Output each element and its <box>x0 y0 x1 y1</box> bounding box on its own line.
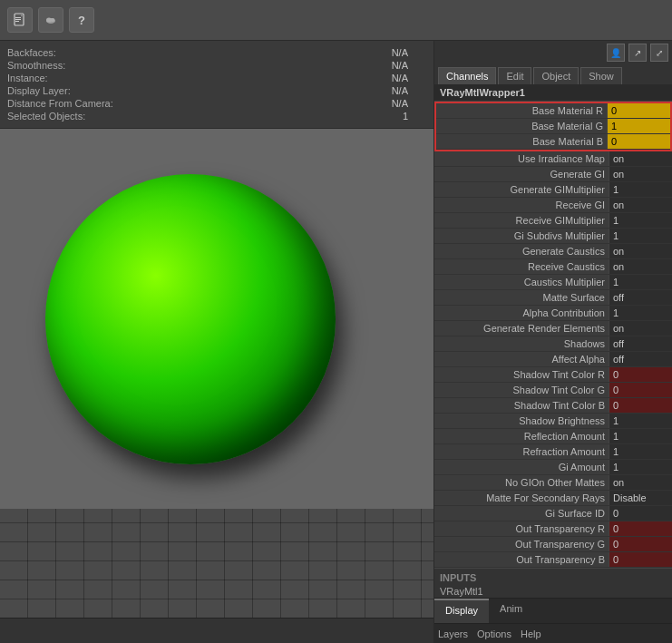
prop-row-generate-gi[interactable]: Generate GI on <box>434 167 672 182</box>
prop-label-shadow-tint-b: Shadow Tint Color B <box>434 400 609 411</box>
prop-label-no-gi-other: No GIOn Other Mattes <box>434 477 609 488</box>
prop-label-receive-gi: Receive GI <box>434 200 609 210</box>
prop-row-shadow-tint-g[interactable]: Shadow Tint Color G 0 <box>434 383 672 398</box>
prop-label-base-g: Base Material G <box>436 121 607 132</box>
prop-value-shadow-brightness[interactable]: 1 <box>609 414 672 428</box>
prop-value-shadow-tint-b[interactable]: 0 <box>609 398 672 413</box>
viewport-grid <box>0 509 433 618</box>
input-base-r[interactable] <box>611 105 667 116</box>
prop-value-shadow-tint-r[interactable]: 0 <box>609 367 672 382</box>
prop-value-base-r[interactable] <box>607 103 670 118</box>
prop-value-base-g[interactable] <box>607 119 670 133</box>
prop-value-reflection-amount[interactable]: 1 <box>609 429 672 443</box>
prop-value-caustics-mult[interactable]: 1 <box>609 275 672 289</box>
prop-label-gen-caustics: Generate Caustics <box>434 246 609 257</box>
label-backfaces: Backfaces: <box>7 47 56 58</box>
prop-label-generate-gi-mult: Generate GIMultiplier <box>434 184 609 195</box>
prop-row-receive-caustics[interactable]: Receive Caustics on <box>434 259 672 275</box>
prop-row-shadow-tint-b[interactable]: Shadow Tint Color B 0 <box>434 398 672 414</box>
prop-row-generate-gi-mult[interactable]: Generate GIMultiplier 1 <box>434 182 672 198</box>
footer-tab-display[interactable]: Display <box>434 599 489 623</box>
prop-row-shadow-brightness[interactable]: Shadow Brightness 1 <box>434 414 672 429</box>
prop-value-affect-alpha[interactable]: off <box>609 352 672 366</box>
prop-row-no-gi-other[interactable]: No GIOn Other Mattes on <box>434 475 672 491</box>
prop-row-matte-surface[interactable]: Matte Surface off <box>434 290 672 306</box>
prop-value-out-trans-r[interactable]: 0 <box>609 521 672 536</box>
prop-value-receive-gi-mult[interactable]: 1 <box>609 213 672 228</box>
prop-value-gi-surface-id[interactable]: 0 <box>609 506 672 521</box>
prop-value-gen-caustics[interactable]: on <box>609 244 672 258</box>
prop-row-gen-render-elements[interactable]: Generate Render Elements on <box>434 321 672 336</box>
prop-row-out-trans-b[interactable]: Out Transparency B 0 <box>434 552 672 568</box>
prop-value-receive-gi[interactable]: on <box>609 198 672 212</box>
prop-row-base-g[interactable]: Base Material G <box>436 119 670 134</box>
prop-row-base-b[interactable]: Base Material B <box>436 134 670 150</box>
prop-row-shadow-tint-r[interactable]: Shadow Tint Color R 0 <box>434 367 672 383</box>
info-row-instance: Instance: N/A <box>7 72 426 84</box>
prop-row-caustics-mult[interactable]: Caustics Multiplier 1 <box>434 275 672 290</box>
cloud-icon[interactable] <box>38 7 63 33</box>
footer-menu-options[interactable]: Options <box>477 628 511 639</box>
prop-row-reflection-amount[interactable]: Reflection Amount 1 <box>434 429 672 444</box>
prop-value-gi-amount[interactable]: 1 <box>609 460 672 474</box>
tab-object[interactable]: Object <box>533 67 579 84</box>
prop-row-out-trans-r[interactable]: Out Transparency R 0 <box>434 521 672 537</box>
prop-value-use-irradiance[interactable]: on <box>609 151 672 166</box>
info-row-display-layer: Display Layer: N/A <box>7 84 426 97</box>
help-icon[interactable]: ? <box>69 7 94 33</box>
prop-value-generate-gi[interactable]: on <box>609 167 672 181</box>
prop-label-out-trans-r: Out Transparency R <box>434 523 609 534</box>
prop-value-matte-secondary[interactable]: Disable <box>609 491 672 505</box>
prop-value-refraction-amount[interactable]: 1 <box>609 444 672 459</box>
footer-tabs: Display Anim <box>434 598 672 623</box>
prop-row-matte-secondary[interactable]: Matte For Secondary Rays Disable <box>434 491 672 506</box>
prop-row-gi-amount[interactable]: Gi Amount 1 <box>434 460 672 475</box>
label-selected: Selected Objects: <box>7 111 85 122</box>
footer-tab-anim[interactable]: Anim <box>489 599 533 623</box>
footer-menu-help[interactable]: Help <box>521 628 541 639</box>
file-icon[interactable] <box>7 7 33 33</box>
prop-value-out-trans-g[interactable]: 0 <box>609 537 672 551</box>
cursor-icon[interactable]: ↗ <box>628 44 647 62</box>
prop-value-generate-gi-mult[interactable]: 1 <box>609 182 672 197</box>
tab-edit[interactable]: Edit <box>498 67 531 84</box>
person-icon[interactable]: 👤 <box>607 44 625 62</box>
prop-row-receive-gi-mult[interactable]: Receive GIMultiplier 1 <box>434 213 672 229</box>
prop-row-receive-gi[interactable]: Receive GI on <box>434 198 672 213</box>
prop-label-generate-gi: Generate GI <box>434 169 609 180</box>
prop-label-matte-surface: Matte Surface <box>434 292 609 303</box>
prop-row-affect-alpha[interactable]: Affect Alpha off <box>434 352 672 367</box>
prop-row-gi-subdivs[interactable]: Gi Subdivs Multiplier 1 <box>434 229 672 244</box>
prop-label-reflection-amount: Reflection Amount <box>434 431 609 442</box>
tab-show[interactable]: Show <box>580 67 622 84</box>
prop-row-alpha-contribution[interactable]: Alpha Contribution 1 <box>434 306 672 321</box>
viewport[interactable] <box>0 129 433 618</box>
properties-area[interactable]: Base Material R Base Material G Base Mat… <box>434 102 672 598</box>
prop-row-gi-surface-id[interactable]: Gi Surface ID 0 <box>434 506 672 521</box>
prop-value-no-gi-other[interactable]: on <box>609 475 672 490</box>
expand-icon[interactable]: ⤢ <box>650 44 668 62</box>
prop-value-alpha-contribution[interactable]: 1 <box>609 306 672 320</box>
prop-row-use-irradiance[interactable]: Use Irradiance Map on <box>434 151 672 167</box>
footer-menu-layers[interactable]: Layers <box>438 628 468 639</box>
prop-row-base-r[interactable]: Base Material R <box>436 103 670 119</box>
prop-label-shadows: Shadows <box>434 338 609 349</box>
prop-row-gen-caustics[interactable]: Generate Caustics on <box>434 244 672 259</box>
prop-row-out-trans-g[interactable]: Out Transparency G 0 <box>434 537 672 552</box>
tab-channels[interactable]: Channels <box>438 67 496 84</box>
prop-value-shadow-tint-g[interactable]: 0 <box>609 383 672 397</box>
input-base-g[interactable] <box>611 121 667 132</box>
prop-value-shadows[interactable]: off <box>609 336 672 351</box>
prop-value-base-b[interactable] <box>607 134 670 149</box>
prop-value-gi-subdivs[interactable]: 1 <box>609 229 672 243</box>
prop-label-gen-render-elements: Generate Render Elements <box>434 323 609 334</box>
prop-row-shadows[interactable]: Shadows off <box>434 336 672 352</box>
prop-label-gi-surface-id: Gi Surface ID <box>434 508 609 519</box>
toolbar: ? <box>0 0 672 41</box>
prop-value-out-trans-b[interactable]: 0 <box>609 552 672 567</box>
prop-value-receive-caustics[interactable]: on <box>609 259 672 274</box>
input-base-b[interactable] <box>611 136 667 147</box>
prop-value-gen-render-elements[interactable]: on <box>609 321 672 336</box>
prop-value-matte-surface[interactable]: off <box>609 290 672 305</box>
prop-row-refraction-amount[interactable]: Refraction Amount 1 <box>434 444 672 460</box>
